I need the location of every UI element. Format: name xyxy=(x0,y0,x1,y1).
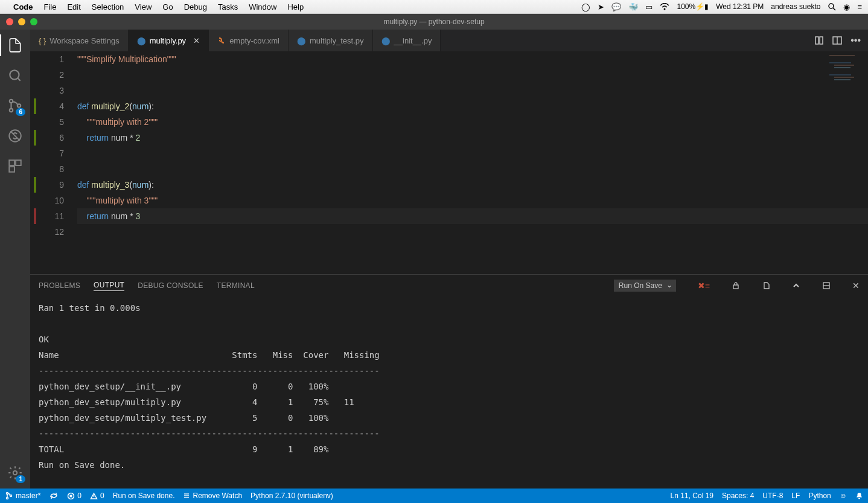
python-interpreter[interactable]: Python 2.7.10 (virtualenv) xyxy=(251,492,333,500)
menu-debug[interactable]: Debug xyxy=(184,2,207,11)
tab-label: Workspace Settings xyxy=(49,36,119,45)
code-editor[interactable]: 123456789101112 """Simplify Multiplicati… xyxy=(30,51,868,274)
eol[interactable]: LF xyxy=(791,492,800,500)
chat-icon[interactable]: 💬 xyxy=(611,2,621,11)
tab-multiply-test[interactable]: ⬤ multiply_test.py xyxy=(289,30,373,51)
display-icon[interactable]: ▭ xyxy=(645,2,653,11)
maximize-window-button[interactable] xyxy=(30,18,37,25)
python-icon: ⬤ xyxy=(381,36,391,45)
menu-tasks[interactable]: Tasks xyxy=(218,2,238,11)
traffic-lights xyxy=(6,18,37,25)
settings-badge: 1 xyxy=(16,475,25,483)
panel-tab-output[interactable]: OUTPUT xyxy=(94,281,124,291)
encoding[interactable]: UTF-8 xyxy=(762,492,783,500)
svg-rect-14 xyxy=(815,37,819,44)
tab-label: multiply.py xyxy=(150,36,186,45)
tab-label: multiply_test.py xyxy=(310,36,364,45)
siri-icon[interactable]: ◉ xyxy=(843,2,850,11)
git-branch[interactable]: master* xyxy=(5,492,40,500)
chevron-up-icon[interactable] xyxy=(792,281,800,290)
braces-icon: { } xyxy=(39,36,46,45)
tab-multiply[interactable]: ⬤ multiply.py ✕ xyxy=(129,30,209,51)
close-panel-icon[interactable]: ✕ xyxy=(852,281,860,290)
warnings-count[interactable]: 0 xyxy=(90,492,104,500)
menu-help[interactable]: Help xyxy=(287,2,304,11)
compare-icon[interactable] xyxy=(814,36,824,45)
extensions-icon[interactable] xyxy=(7,158,24,175)
xml-icon xyxy=(217,36,226,45)
output-body[interactable]: Ran 1 test in 0.000s OK Name Stmts Miss … xyxy=(30,296,868,489)
svg-point-22 xyxy=(7,498,8,499)
code-content[interactable]: """Simplify Multiplication""" def multip… xyxy=(77,51,868,274)
menu-edit[interactable]: Edit xyxy=(67,2,80,11)
remove-watch-button[interactable]: Remove Watch xyxy=(183,492,242,500)
split-editor-icon[interactable] xyxy=(832,36,842,45)
menu-app[interactable]: Code xyxy=(13,2,33,11)
tab-label: empty-cov.xml xyxy=(229,36,279,45)
tab-init[interactable]: ⬤ __init__.py xyxy=(373,30,441,51)
errors-count[interactable]: 0 xyxy=(67,492,81,500)
debug-icon[interactable] xyxy=(7,127,24,144)
window-titlebar: multiply.py — python-dev-setup xyxy=(0,14,868,30)
svg-point-5 xyxy=(10,100,13,103)
lock-scroll-icon[interactable] xyxy=(732,281,740,290)
circle-icon[interactable]: ◯ xyxy=(581,2,590,11)
run-on-save-status[interactable]: Run on Save done. xyxy=(113,492,175,500)
menu-file[interactable]: File xyxy=(44,2,57,11)
notifications-icon[interactable]: ≡ xyxy=(857,2,862,11)
maximize-panel-icon[interactable] xyxy=(822,281,831,290)
minimize-window-button[interactable] xyxy=(18,18,25,25)
svg-rect-11 xyxy=(16,160,21,165)
python-icon: ⬤ xyxy=(137,36,146,45)
cursor-position[interactable]: Ln 11, Col 19 xyxy=(671,492,713,500)
window-title: multiply.py — python-dev-setup xyxy=(383,18,484,26)
panel-tabbar: PROBLEMS OUTPUT DEBUG CONSOLE TERMINAL R… xyxy=(30,275,868,296)
battery-status[interactable]: 100% ⚡▮ xyxy=(677,2,709,11)
svg-rect-18 xyxy=(733,285,738,289)
svg-rect-10 xyxy=(9,160,14,165)
settings-icon[interactable]: 1 xyxy=(7,464,24,481)
tab-empty-cov[interactable]: empty-cov.xml xyxy=(209,30,289,51)
clear-output-icon[interactable]: ✖≡ xyxy=(698,281,710,290)
indentation[interactable]: Spaces: 4 xyxy=(722,492,754,500)
feedback-icon[interactable]: ☺ xyxy=(840,492,847,500)
panel-tab-debug-console[interactable]: DEBUG CONSOLE xyxy=(138,281,203,290)
tab-workspace-settings[interactable]: { } Workspace Settings xyxy=(30,30,129,51)
activity-bar: 6 1 xyxy=(0,30,30,489)
docker-icon[interactable]: 🐳 xyxy=(628,2,638,11)
more-icon[interactable]: ••• xyxy=(850,35,861,46)
tab-label: __init__.py xyxy=(394,36,432,45)
svg-point-0 xyxy=(664,8,666,10)
scm-badge: 6 xyxy=(16,108,25,116)
user-name[interactable]: andreas suekto xyxy=(771,2,820,11)
minimap[interactable] xyxy=(829,54,866,114)
menu-window[interactable]: Window xyxy=(249,2,276,11)
svg-line-2 xyxy=(833,8,835,10)
language-mode[interactable]: Python xyxy=(808,492,831,500)
svg-rect-12 xyxy=(9,167,14,172)
line-gutter: 123456789101112 xyxy=(30,51,77,274)
menu-go[interactable]: Go xyxy=(162,2,173,11)
python-icon: ⬤ xyxy=(297,36,306,45)
panel-tab-terminal[interactable]: TERMINAL xyxy=(217,281,255,290)
search-icon[interactable] xyxy=(7,67,24,84)
menu-view[interactable]: View xyxy=(135,2,152,11)
open-file-icon[interactable] xyxy=(762,281,770,290)
close-icon[interactable]: ✕ xyxy=(193,36,200,45)
spotlight-icon[interactable] xyxy=(828,2,836,11)
sync-icon[interactable] xyxy=(49,492,59,500)
explorer-icon[interactable] xyxy=(7,37,24,54)
source-control-icon[interactable]: 6 xyxy=(7,97,24,114)
location-icon[interactable]: ➤ xyxy=(598,2,604,11)
notifications-bell-icon[interactable] xyxy=(855,492,863,500)
output-channel-select[interactable]: Run On Save xyxy=(614,280,676,292)
svg-point-6 xyxy=(10,109,13,112)
bottom-panel: PROBLEMS OUTPUT DEBUG CONSOLE TERMINAL R… xyxy=(30,274,868,489)
close-window-button[interactable] xyxy=(6,18,13,25)
clock[interactable]: Wed 12:31 PM xyxy=(716,2,764,11)
panel-tab-problems[interactable]: PROBLEMS xyxy=(39,281,80,290)
menu-selection[interactable]: Selection xyxy=(92,2,124,11)
svg-point-1 xyxy=(829,4,834,8)
wifi-icon[interactable] xyxy=(660,3,669,10)
svg-point-21 xyxy=(7,493,8,495)
